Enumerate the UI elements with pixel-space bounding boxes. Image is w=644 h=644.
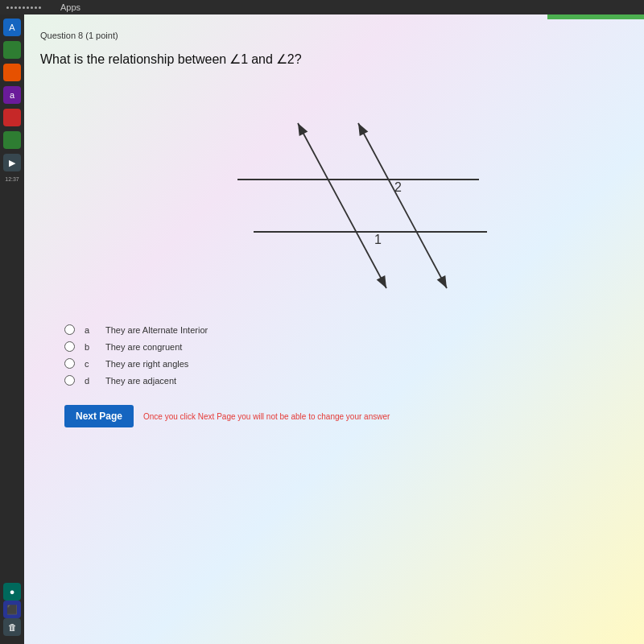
svg-text:2: 2: [394, 180, 402, 194]
choice-row-b[interactable]: b They are congruent: [64, 341, 628, 352]
sidebar-icon-2[interactable]: [3, 41, 21, 59]
radio-d[interactable]: [64, 375, 75, 386]
choice-label-c: c: [85, 359, 96, 369]
choice-text-c: They are right angles: [105, 359, 188, 369]
sidebar-icon-9[interactable]: ⬛: [3, 601, 21, 618]
svg-marker-3: [294, 121, 308, 136]
svg-line-5: [358, 123, 447, 288]
choice-text-a: They are Alternate Interior: [105, 325, 208, 335]
choice-label-b: b: [85, 342, 96, 352]
svg-marker-6: [354, 121, 369, 136]
diagram-svg: 2 1: [173, 83, 495, 308]
sidebar-label-time: 12:37: [5, 176, 19, 182]
taskbar: Apps: [0, 0, 644, 14]
sidebar-icon-4[interactable]: a: [3, 86, 21, 104]
svg-marker-7: [437, 275, 452, 291]
svg-text:1: 1: [374, 233, 382, 246]
choices-container: a They are Alternate Interior b They are…: [64, 324, 628, 386]
sidebar-icon-6[interactable]: [3, 131, 21, 149]
sidebar-icon-trash[interactable]: 🗑: [3, 618, 21, 636]
choice-row-d[interactable]: d They are adjacent: [64, 375, 628, 386]
footer-row: Next Page Once you click Next Page you w…: [64, 405, 628, 427]
angle1: ∠1: [229, 52, 248, 67]
next-page-button[interactable]: Next Page: [64, 405, 134, 427]
question-container: Question 8 (1 point) What is the relatio…: [40, 31, 628, 628]
question-mid: and: [251, 52, 273, 67]
svg-marker-4: [377, 275, 391, 291]
sidebar-icon-3[interactable]: [3, 64, 21, 81]
apps-label: Apps: [60, 2, 80, 12]
radio-a[interactable]: [64, 324, 75, 335]
accent-bar: [547, 14, 644, 19]
choice-label-d: d: [85, 376, 96, 386]
geometry-diagram: 2 1: [173, 83, 495, 308]
taskbar-dots: [6, 6, 41, 9]
question-text: What is the relationship between ∠1 and …: [40, 52, 628, 67]
sidebar-icon-1[interactable]: A: [3, 19, 21, 36]
svg-line-2: [298, 123, 386, 288]
choice-text-d: They are adjacent: [105, 376, 176, 386]
choice-row-a[interactable]: a They are Alternate Interior: [64, 324, 628, 335]
choice-row-c[interactable]: c They are right angles: [64, 358, 628, 369]
question-header: Question 8 (1 point): [40, 31, 628, 40]
sidebar: A a ▶ 12:37 ● ⬛ 🗑: [0, 14, 24, 644]
sidebar-icon-5[interactable]: [3, 109, 21, 126]
sidebar-icon-7[interactable]: ▶: [3, 154, 21, 171]
main-content: Question 8 (1 point) What is the relatio…: [24, 14, 644, 644]
choice-text-b: They are congruent: [105, 342, 182, 352]
radio-c[interactable]: [64, 358, 75, 369]
warning-text: Once you click Next Page you will not be…: [143, 412, 390, 421]
radio-b[interactable]: [64, 341, 75, 352]
angle2: ∠2?: [276, 52, 302, 67]
sidebar-icon-8[interactable]: ●: [3, 583, 21, 601]
question-prefix: What is the relationship between: [40, 52, 226, 67]
choice-label-a: a: [85, 325, 96, 335]
